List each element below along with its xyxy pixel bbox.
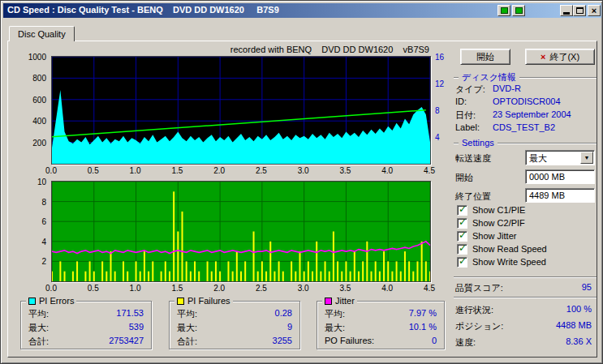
axis-tick-label: 0.5	[88, 166, 99, 175]
pi-failures-title: PI Failures	[187, 296, 230, 306]
axis-tick-label: 1000	[28, 53, 46, 62]
axis-tick-label: 2.5	[256, 284, 267, 293]
axis-tick-label: 3.0	[298, 284, 309, 293]
axis-tick-label: 1.5	[171, 166, 183, 175]
axis-tick-label: 8	[435, 106, 440, 115]
axis-tick-label: 4	[41, 237, 46, 246]
tab-disc-quality[interactable]: Disc Quality	[9, 26, 75, 41]
axis-tick-label: 600	[32, 95, 46, 104]
axis-tick-label: 16	[435, 53, 444, 62]
show-write-speed-label: Show Write Speed	[472, 257, 546, 267]
pi-failures-legend: PI Failures	[174, 295, 233, 306]
pi-errors-title: PI Errors	[39, 296, 74, 306]
axis-tick-label: 200	[32, 138, 46, 147]
transfer-speed-label: 転送速度	[455, 152, 491, 165]
chevron-down-icon[interactable]: ▼	[580, 152, 593, 164]
axis-tick-label: 1.5	[171, 284, 183, 293]
stat-row: 合計:3255	[177, 336, 292, 348]
quality-score-value: 95	[582, 282, 592, 292]
show-read-speed-label: Show Read Speed	[472, 244, 547, 254]
pi-errors-legend: PI Errors	[26, 295, 76, 306]
speed-label: 速度:	[455, 336, 476, 349]
show-jitter-checkbox[interactable]: ✓	[457, 231, 467, 242]
axis-tick-label: 2.0	[213, 284, 225, 293]
green-app-icon	[501, 7, 508, 14]
maximize-button[interactable]	[573, 5, 586, 16]
stat-row: 平均:171.53	[28, 308, 144, 320]
end-position-label: 終了位置	[455, 191, 491, 203]
divider	[454, 276, 597, 277]
failures-jitter-chart	[51, 181, 431, 282]
check-icon: ✓	[459, 229, 467, 241]
titlebar-extra-button-2[interactable]	[512, 5, 525, 16]
axis-tick-label: 4.5	[424, 166, 435, 175]
start-position-field[interactable]: 0000 MB	[525, 169, 595, 184]
axis-tick-label: 0.0	[45, 166, 57, 175]
axis-tick-label: 1.0	[130, 284, 141, 293]
exit-button[interactable]: × 終了(X)	[525, 49, 595, 65]
axis-tick-label: 0.0	[45, 284, 57, 293]
show-write-speed-checkbox[interactable]: ✓	[457, 257, 467, 268]
axis-tick-label: 4.0	[381, 166, 393, 175]
exit-x-icon: ×	[541, 52, 545, 62]
start-button[interactable]: 開始	[460, 49, 510, 65]
axis-tick-label: 2.0	[213, 166, 225, 175]
check-icon: ✓	[459, 216, 467, 228]
position-label: ポジション:	[455, 320, 503, 332]
pi-errors-groupbox: PI Errors 平均:171.53 最大:539 合計:2753427	[20, 301, 152, 349]
end-position-field[interactable]: 4489 MB	[525, 188, 595, 203]
axis-tick-label: 2	[41, 257, 46, 266]
axis-tick-label: 0.5	[88, 284, 99, 293]
check-icon: ✓	[459, 242, 467, 254]
jitter-title: Jitter	[335, 296, 355, 306]
close-icon: ×	[592, 6, 597, 15]
show-c1-pie-checkbox[interactable]: ✓	[457, 205, 467, 216]
stat-row: 最大:9	[177, 322, 292, 334]
settings-header: Settings	[454, 138, 597, 148]
axis-tick-label: 10	[37, 178, 46, 186]
progress-label: 進行状況:	[455, 304, 493, 316]
axis-tick-label: 4.5	[424, 284, 435, 293]
check-icon: ✓	[459, 255, 467, 267]
check-icon: ✓	[459, 203, 467, 215]
axis-tick-label: 6	[41, 217, 46, 226]
minimize-button[interactable]	[560, 5, 573, 16]
axis-tick-label: 400	[32, 117, 46, 126]
show-c2-pif-label: Show C2/PIF	[472, 218, 525, 228]
titlebar-extra-button-1[interactable]	[497, 5, 510, 16]
progress-value: 100 %	[566, 304, 592, 314]
stat-row: PO Failures:0	[325, 336, 437, 345]
stat-row: 平均:7.97 %	[325, 308, 437, 320]
show-read-speed-checkbox[interactable]: ✓	[457, 244, 467, 255]
chart2-x-axis: 0.00.51.01.52.02.53.03.54.04.5	[51, 284, 429, 293]
chart1-x-axis: 0.00.51.01.52.02.53.03.54.04.5	[51, 166, 429, 176]
disc-info-header: ディスク情報	[454, 71, 597, 84]
chart-header: recorded with BENQ DVD DD DW1620 vB7S9	[51, 45, 429, 54]
chart1-right-axis: 161284	[433, 57, 454, 164]
axis-tick-label: 3.0	[298, 166, 309, 175]
show-jitter-label: Show Jitter	[472, 231, 516, 241]
chart1-left-axis: 1000800600400200	[20, 57, 48, 164]
disc-label-row: Label:CDS_TEST_B2	[455, 122, 594, 132]
position-value: 4488 MB	[556, 320, 592, 330]
jitter-legend: Jitter	[322, 295, 357, 306]
quality-chart	[51, 56, 431, 165]
divider	[454, 297, 597, 298]
disc-date-row: 日付:23 September 2004	[455, 109, 594, 122]
chart2-left-axis: 108642	[20, 182, 48, 281]
close-button[interactable]: ×	[588, 5, 601, 16]
start-position-label: 開始	[455, 172, 473, 184]
green-app-icon	[515, 7, 523, 14]
show-c2-pif-checkbox[interactable]: ✓	[457, 218, 467, 229]
minimize-icon	[563, 12, 570, 15]
jitter-groupbox: Jitter 平均:7.97 % 最大:10.1 % PO Failures:0	[317, 301, 445, 349]
quality-score-label: 品質スコア:	[455, 282, 503, 294]
titlebar[interactable]: CD Speed : Disc Quality Test - BENQ DVD …	[3, 3, 601, 18]
transfer-speed-select[interactable]: 最大 ▼	[525, 150, 595, 165]
window-title: CD Speed : Disc Quality Test - BENQ DVD …	[7, 5, 279, 15]
disc-id-row: ID:OPTODISCR004	[455, 96, 594, 106]
tab-label: Disc Quality	[18, 29, 66, 39]
speed-value: 8.36 X	[566, 336, 592, 346]
axis-tick-label: 4	[435, 133, 440, 142]
axis-tick-label: 3.5	[339, 284, 351, 293]
